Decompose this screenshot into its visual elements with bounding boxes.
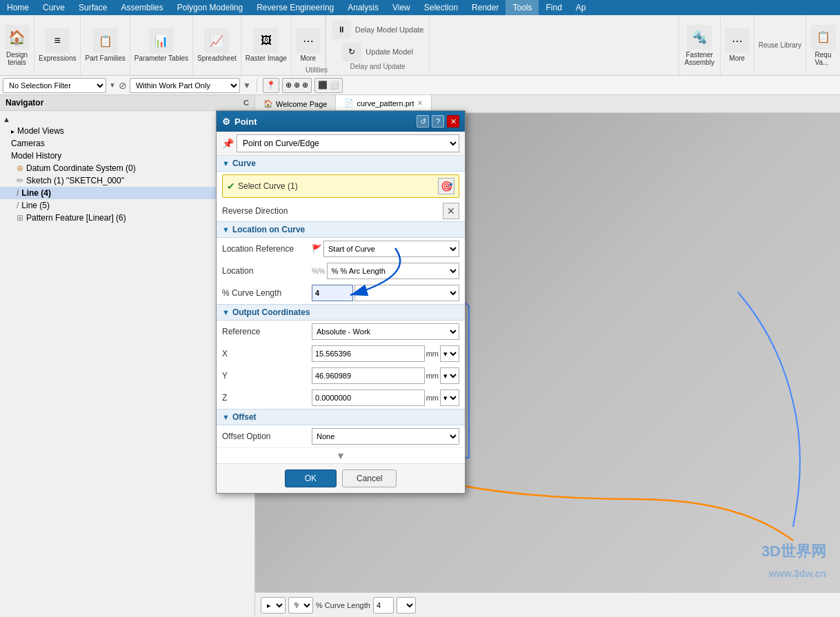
y-unit-dropdown[interactable]: ▾ (440, 367, 459, 384)
dialog-type-row: 📌 Point on Curve/Edge (217, 132, 465, 156)
navigator-collapse-btn[interactable]: C (243, 99, 249, 107)
location-section-header[interactable]: ▼ Location on Curve (217, 221, 465, 238)
update-icon[interactable]: ↻ (342, 42, 361, 61)
x-unit: mm (426, 350, 439, 358)
update-model-btn[interactable]: Update Model (366, 48, 413, 56)
parameter-tables-label: Parameter Tables (134, 54, 188, 62)
expressions-icon[interactable]: ≡ (45, 28, 70, 53)
dialog-help-btn[interactable]: ? (432, 115, 444, 128)
reference-dropdown[interactable]: Absolute - Work (312, 323, 459, 340)
dialog-title-icon: ⚙ (222, 117, 230, 127)
sketch-label: Sketch (1) "SKETCH_000" (26, 176, 124, 185)
more-label: More (300, 54, 316, 62)
menu-ap[interactable]: Ap (569, 0, 593, 15)
work-part-icon: ▼ (243, 81, 251, 90)
bottom-percent-dropdown[interactable]: % (288, 597, 313, 614)
menu-reverse-engineering[interactable]: Reverse Engineering (250, 0, 341, 15)
tab-close-icon[interactable]: ✕ (417, 99, 423, 107)
z-unit: mm (426, 394, 439, 402)
menu-curve[interactable]: Curve (36, 0, 72, 15)
toolbar-row: No Selection Filter ▼ ⊘ Within Work Part… (0, 76, 840, 95)
ok-button[interactable]: OK (285, 469, 337, 487)
model-views-arrow-icon: ▸ (11, 128, 14, 135)
output-coords-arrow-icon: ▼ (222, 308, 230, 316)
z-label: Z (222, 393, 312, 403)
part-families-icon[interactable]: 📋 (93, 28, 118, 53)
menu-find[interactable]: Find (539, 0, 568, 15)
delay-model-update-btn[interactable]: Delay Model Update (355, 26, 424, 34)
bottom-curve-length-input[interactable] (373, 597, 394, 614)
dialog-title-text: Point (234, 117, 257, 127)
output-coords-section-header[interactable]: ▼ Output Coordinates (217, 304, 465, 321)
line4-label: Line (4) (21, 188, 51, 198)
design-icon[interactable]: 🏠 (5, 25, 30, 50)
point-type-dropdown[interactable]: Point on Curve/Edge (237, 134, 459, 152)
reuse-library-label[interactable]: Reuse Library (759, 41, 801, 49)
line5-icon: / (17, 201, 19, 210)
requ-icon[interactable]: 📋 (811, 25, 836, 50)
curve-length-input[interactable] (312, 285, 353, 301)
dialog-scroll-arrow[interactable]: ▼ (217, 447, 465, 463)
selection-filter-dropdown[interactable]: No Selection Filter (3, 78, 106, 93)
location-reference-dropdown[interactable]: Start of Curve (323, 241, 459, 257)
menu-surface[interactable]: Surface (72, 0, 114, 15)
x-input[interactable] (312, 345, 425, 362)
snap-options-btn[interactable]: ⊕ ⊕ ⊕ (282, 78, 312, 93)
offset-option-dropdown[interactable]: None (312, 428, 459, 445)
bottom-end-dropdown[interactable]: ▾ (397, 597, 416, 614)
menu-view[interactable]: View (386, 0, 417, 15)
select-curve-icon-btn[interactable]: 🎯 (438, 178, 454, 194)
offset-option-row: Offset Option None (217, 425, 465, 447)
view-options-btn[interactable]: ⬛ ⬜ (314, 78, 343, 93)
x-unit-dropdown[interactable]: ▾ (440, 345, 459, 362)
design-label: Designterials (6, 51, 28, 66)
dialog-refresh-btn[interactable]: ↺ (417, 115, 429, 128)
menu-tools[interactable]: Tools (506, 0, 539, 15)
navigator-title: Navigator (6, 98, 43, 108)
curve-pattern-icon: 📄 (344, 99, 354, 108)
select-curve-text: Select Curve (1) (238, 181, 298, 191)
menu-render[interactable]: Render (465, 0, 506, 15)
model-views-label: Model Views (17, 126, 64, 136)
delay-icon[interactable]: ⏸ (332, 20, 351, 39)
curve-section-arrow-icon: ▼ (222, 159, 230, 168)
more-right-icon[interactable]: ⋯ (725, 28, 750, 53)
reverse-direction-x-btn[interactable]: ✕ (443, 203, 459, 219)
location-dropdown[interactable]: % % Arc Length (327, 263, 459, 279)
raster-image-icon[interactable]: 🖼 (254, 28, 279, 53)
curve-section-header[interactable]: ▼ Curve (217, 156, 465, 172)
toolbar-separator (257, 79, 257, 92)
snap-btn[interactable]: 📍 (263, 78, 279, 93)
work-part-dropdown[interactable]: Within Work Part Only (130, 78, 240, 93)
ribbon-right-section: 🔩 FastenerAssembly ⋯ More Reuse Library … (679, 15, 840, 75)
sketch-icon: ✏ (17, 176, 23, 185)
menu-polygon-modeling[interactable]: Polygon Modeling (170, 0, 250, 15)
menu-assemblies[interactable]: Assemblies (114, 0, 170, 15)
parameter-tables-icon[interactable]: 📊 (149, 28, 174, 53)
more-icon[interactable]: ⋯ (296, 28, 321, 53)
menu-analysis[interactable]: Analysis (341, 0, 386, 15)
cancel-button[interactable]: Cancel (342, 469, 397, 487)
dialog-close-btn[interactable]: ✕ (447, 115, 459, 128)
line4-icon: / (17, 188, 19, 198)
ribbon-reuse-section: Reuse Library (754, 15, 806, 75)
z-control: mm ▾ (312, 390, 459, 406)
ribbon-top-bar: Home Curve Surface Assemblies Polygon Mo… (0, 0, 840, 15)
dialog-controls: ↺ ? ✕ (417, 115, 459, 128)
welcome-page-label: Welcome Page (276, 100, 327, 108)
z-input[interactable] (312, 390, 425, 406)
location-control: %% % % Arc Length (312, 263, 459, 279)
menu-home[interactable]: Home (0, 0, 36, 15)
bottom-snap-dropdown[interactable]: ▸ (261, 597, 286, 614)
y-row: Y mm ▾ (217, 365, 465, 387)
spreadsheet-icon[interactable]: 📈 (204, 28, 229, 53)
z-unit-dropdown[interactable]: ▾ (440, 390, 459, 406)
offset-section-header[interactable]: ▼ Offset (217, 409, 465, 425)
menu-selection[interactable]: Selection (417, 0, 465, 15)
y-input[interactable] (312, 367, 425, 384)
fastener-icon[interactable]: 🔩 (687, 25, 712, 50)
curve-length-dropdown[interactable] (354, 285, 459, 301)
pattern-label: Pattern Feature [Linear] (6) (26, 213, 126, 223)
location-section-label: Location on Curve (232, 225, 305, 234)
location-row: Location %% % % Arc Length (217, 260, 465, 282)
